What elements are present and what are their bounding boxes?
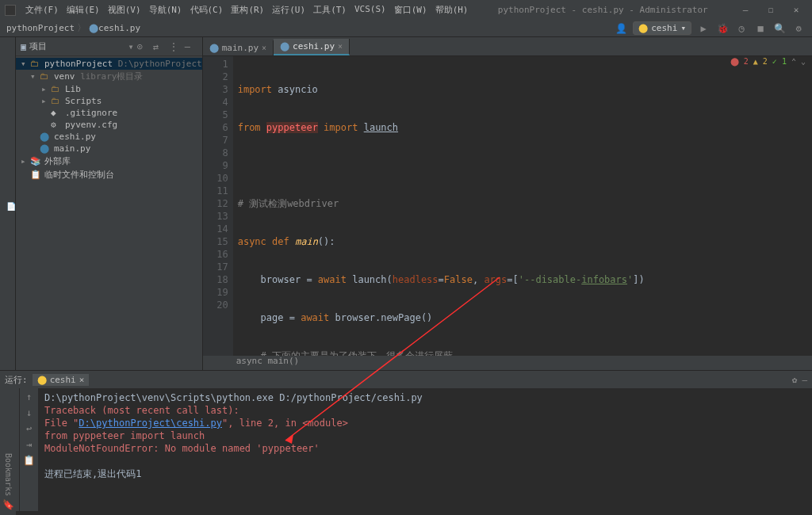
editor-area: ⬤main.py× ⬤ceshi.py× ⬤ 2 ▲ 2 ✓ 1 ⌃ ⌄ 123… [203,37,812,370]
close-button[interactable]: ✕ [785,3,807,17]
menu-edit[interactable]: 编辑(E) [63,2,103,17]
titlebar: 文件(F) 编辑(E) 视图(V) 导航(N) 代码(C) 重构(R) 运行(U… [0,0,812,20]
project-panel-title: 项目 [29,40,128,52]
left-stripe: Bookmarks 🔖 [0,392,16,515]
code-editor[interactable]: 1234567891011121314151617181920 import a… [203,56,812,356]
sidebar: 📄 ▣ 项目 ▾ ⊙ ⇄ ⋮ — ▾🗀pythonProject D:\pyth… [0,37,203,370]
console-output[interactable]: D:\pythonProject\venv\Scripts\python.exe… [38,388,812,511]
bookmarks-icon[interactable]: 🔖 [2,499,14,510]
run-button[interactable]: ▶ [696,21,710,36]
tree-gitignore[interactable]: ◆.gitignore [16,107,202,119]
scroll-down-icon[interactable]: ↓ [26,407,32,418]
window-title: pythonProject - ceshi.py - Administrator [472,5,735,15]
expand-icon[interactable]: ⇄ [153,41,166,52]
soft-wrap-icon[interactable]: ✿ [792,375,798,385]
tab-main[interactable]: ⬤main.py× [203,40,274,55]
app-icon [5,5,16,16]
project-tree: ▾🗀pythonProject D:\pythonProject ▾🗀venv … [16,56,202,183]
stop-button[interactable]: ■ [753,21,768,36]
menu-refactor[interactable]: 重构(R) [228,2,267,17]
breadcrumb-file[interactable]: ceshi.py [98,23,140,33]
tree-root[interactable]: ▾🗀pythonProject D:\pythonProject [16,58,202,70]
menu-code[interactable]: 代码(C) [187,2,227,17]
menu-bar: 文件(F) 编辑(E) 视图(V) 导航(N) 代码(C) 重构(R) 运行(U… [22,2,472,17]
wrap-icon[interactable]: ↩ [26,423,32,434]
coverage-button[interactable]: ◷ [734,21,749,36]
line-gutter: 1234567891011121314151617181920 [203,56,233,356]
run-panel: 运行: ⬤ceshi× ✿ — ▶ ■ ⟳ ≡↑ ≡↓ 🖶 🗑 ↑ ↓ ↩ ⇥ … [0,370,812,511]
menu-tools[interactable]: 工具(T) [310,2,350,17]
settings-icon[interactable]: ⚙ [791,21,806,36]
menu-vcs[interactable]: VCS(S) [351,2,389,17]
search-icon[interactable]: 🔍 [772,21,787,36]
menu-file[interactable]: 文件(F) [22,2,62,17]
tree-venv[interactable]: ▾🗀venv library根目录 [16,70,202,83]
menu-run[interactable]: 运行(U) [269,2,308,17]
tree-ceshi[interactable]: ⬤ceshi.py [16,131,202,143]
tree-external[interactable]: ▸📚外部库 [16,154,202,168]
close-icon[interactable]: × [79,375,85,385]
breadcrumb-root[interactable]: pythonProject [6,23,75,33]
minimize-button[interactable]: — [734,3,756,17]
maximize-button[interactable]: ☐ [760,3,782,17]
debug-button[interactable]: 🐞 [715,21,730,36]
soft-wrap-icon2[interactable]: ⇥ [26,439,32,450]
run-label: 运行: [5,374,28,386]
tree-main[interactable]: ⬤main.py [16,143,202,154]
run-toolbar2: ↑ ↓ ↩ ⇥ 📋 [19,388,38,511]
hide-icon[interactable]: — [185,41,197,52]
user-icon[interactable]: 👤 [614,21,628,36]
export-icon[interactable]: 📋 [23,455,35,466]
menu-help[interactable]: 帮助(H) [432,2,472,17]
menu-window[interactable]: 窗口(W) [391,2,431,17]
close-icon[interactable]: × [338,42,343,51]
project-tool-tab[interactable]: 📄 [0,37,16,370]
scroll-up-icon[interactable]: ↑ [26,391,32,402]
tree-scripts[interactable]: ▸🗀Scripts [16,95,202,107]
tree-lib[interactable]: ▸🗀Lib [16,83,202,95]
menu-view[interactable]: 视图(V) [105,2,144,17]
close-icon[interactable]: × [262,44,266,52]
tab-ceshi[interactable]: ⬤ceshi.py× [274,39,350,55]
code-breadcrumb: async main() [203,356,812,370]
bookmarks-tab[interactable]: Bookmarks [4,453,13,496]
run-config-selector[interactable]: ⬤ceshi▾ [633,21,691,35]
gear-icon[interactable]: ⋮ [169,41,182,52]
run-tab[interactable]: ⬤ceshi× [33,374,90,386]
panel-collapse-icon[interactable]: ▣ [21,41,26,52]
hide-panel-icon[interactable]: — [802,375,807,385]
tree-pyvenv[interactable]: ⚙pyvenv.cfg [16,119,202,131]
tree-scratch[interactable]: 📋临时文件和控制台 [16,168,202,181]
breadcrumb: pythonProject 〉 ⬤ ceshi.py 👤 ⬤ceshi▾ ▶ 🐞… [0,20,812,37]
select-target-icon[interactable]: ⊙ [137,41,150,52]
menu-navigate[interactable]: 导航(N) [146,2,186,17]
